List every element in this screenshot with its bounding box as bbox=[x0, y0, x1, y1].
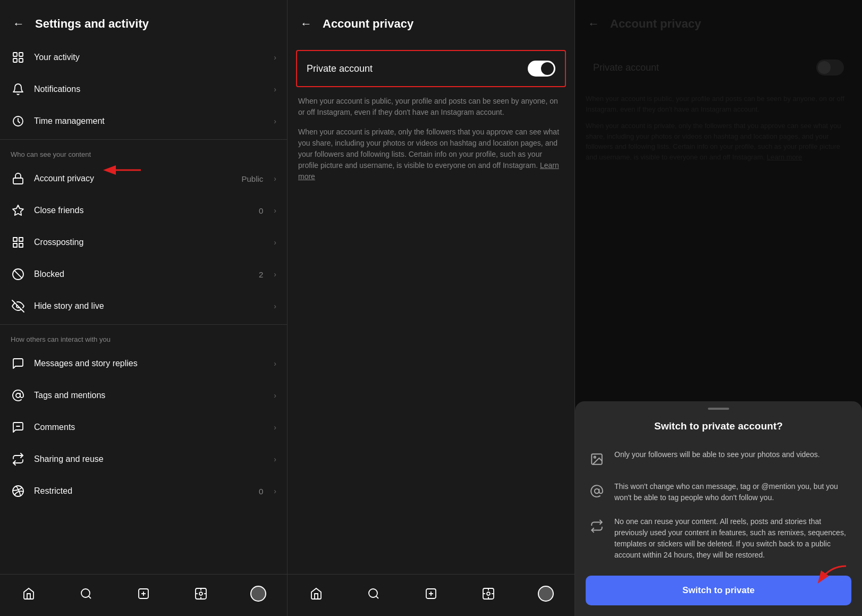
chevron-icon: › bbox=[274, 117, 276, 125]
add-nav-icon-2[interactable] bbox=[419, 582, 443, 605]
red-arrow-pointer bbox=[98, 158, 146, 184]
hide-story-label: Hide story and live bbox=[34, 301, 265, 311]
svg-rect-11 bbox=[13, 243, 17, 247]
svg-point-41 bbox=[594, 457, 596, 458]
menu-item-your-activity[interactable]: Your activity › bbox=[0, 41, 287, 73]
at-mention-icon bbox=[588, 482, 606, 500]
profile-avatar-2 bbox=[538, 586, 554, 602]
privacy-header: ← Account privacy bbox=[288, 0, 574, 41]
sharing-label: Sharing and reuse bbox=[34, 454, 265, 464]
chevron-icon: › bbox=[274, 85, 276, 94]
restricted-label: Restricted bbox=[34, 486, 250, 496]
messages-label: Messages and story replies bbox=[34, 359, 265, 368]
svg-point-15 bbox=[16, 393, 20, 398]
sheet-item-mentions: This won't change who can message, tag o… bbox=[575, 475, 862, 510]
menu-item-blocked[interactable]: Blocked 2 › bbox=[0, 258, 287, 290]
hide-icon bbox=[11, 299, 26, 314]
lock-icon bbox=[11, 171, 26, 186]
close-friends-badge: 0 bbox=[259, 206, 263, 215]
sheet-item-text-2: This won't change who can message, tag o… bbox=[614, 481, 849, 503]
svg-rect-8 bbox=[13, 238, 17, 241]
profile-nav-icon-2[interactable] bbox=[534, 582, 557, 605]
star-icon bbox=[11, 203, 26, 218]
settings-title: Settings and activity bbox=[35, 17, 149, 31]
menu-item-tags[interactable]: Tags and mentions › bbox=[0, 379, 287, 411]
search-nav-icon[interactable] bbox=[74, 582, 98, 605]
back-button[interactable]: ← bbox=[11, 15, 27, 33]
back-button-2[interactable]: ← bbox=[298, 15, 314, 33]
red-arrow-2 bbox=[809, 561, 851, 589]
close-friends-label: Close friends bbox=[34, 206, 250, 215]
comments-label: Comments bbox=[34, 423, 265, 432]
account-privacy-panel-3: ← Account privacy Private account When y… bbox=[575, 0, 862, 616]
menu-item-close-friends[interactable]: Close friends 0 › bbox=[0, 195, 287, 226]
sheet-title: Switch to private account? bbox=[575, 420, 862, 432]
svg-point-18 bbox=[81, 589, 90, 597]
search-nav-icon-2[interactable] bbox=[362, 582, 385, 605]
menu-item-restricted[interactable]: Restricted 0 › bbox=[0, 475, 287, 507]
clock-icon bbox=[11, 114, 26, 129]
profile-avatar bbox=[250, 586, 266, 602]
menu-item-hide-story[interactable]: Hide story and live › bbox=[0, 290, 287, 322]
menu-item-sharing[interactable]: Sharing and reuse › bbox=[0, 443, 287, 475]
crossposting-label: Crossposting bbox=[34, 238, 265, 247]
sheet-item-text-1: Only your followers will be able to see … bbox=[614, 449, 849, 460]
chevron-icon: › bbox=[274, 53, 276, 62]
comment-icon bbox=[11, 420, 26, 435]
chevron-icon: › bbox=[274, 359, 276, 368]
time-management-label: Time management bbox=[34, 116, 265, 126]
svg-rect-10 bbox=[19, 243, 23, 247]
blocked-label: Blocked bbox=[34, 269, 250, 279]
menu-item-comments[interactable]: Comments › bbox=[0, 411, 287, 443]
svg-rect-0 bbox=[13, 53, 17, 56]
privacy-title: Account privacy bbox=[323, 17, 413, 31]
chevron-icon: › bbox=[274, 206, 276, 215]
sheet-item-photos: Only your followers will be able to see … bbox=[575, 443, 862, 475]
menu-item-messages[interactable]: Messages and story replies › bbox=[0, 348, 287, 379]
photo-frame-icon bbox=[588, 450, 606, 468]
chevron-icon: › bbox=[274, 270, 276, 279]
svg-marker-7 bbox=[13, 205, 23, 215]
svg-rect-2 bbox=[13, 58, 17, 62]
chevron-icon: › bbox=[274, 302, 276, 310]
divider bbox=[0, 324, 287, 325]
menu-item-time-management[interactable]: Time management › bbox=[0, 105, 287, 137]
bottom-sheet: Switch to private account? Only your fol… bbox=[575, 401, 862, 616]
restricted-badge: 0 bbox=[259, 487, 263, 496]
at-icon bbox=[11, 388, 26, 403]
sheet-item-reuse: No one can reuse your content. All reels… bbox=[575, 510, 862, 567]
privacy-desc-1: When your account is public, your profil… bbox=[288, 96, 574, 126]
svg-line-13 bbox=[14, 271, 22, 278]
bottom-nav-2 bbox=[288, 574, 574, 616]
svg-point-24 bbox=[199, 592, 202, 595]
account-privacy-badge: Public bbox=[241, 174, 263, 183]
menu-item-crossposting[interactable]: Crossposting › bbox=[0, 226, 287, 258]
svg-rect-5 bbox=[13, 178, 23, 184]
settings-header: ← Settings and activity bbox=[0, 0, 287, 41]
home-nav-icon[interactable] bbox=[17, 582, 40, 605]
section-label-interact: How others can interact with you bbox=[0, 327, 287, 348]
chevron-icon: › bbox=[274, 487, 276, 495]
svg-rect-1 bbox=[19, 53, 23, 56]
home-nav-icon-2[interactable] bbox=[305, 582, 328, 605]
blocked-icon bbox=[11, 267, 26, 282]
privacy-desc-2: When your account is private, only the f… bbox=[288, 126, 574, 191]
chevron-icon: › bbox=[274, 423, 276, 432]
settings-panel: ← Settings and activity Your activity › … bbox=[0, 0, 288, 616]
menu-item-notifications[interactable]: Notifications › bbox=[0, 73, 287, 105]
svg-point-35 bbox=[487, 592, 490, 595]
chevron-icon: › bbox=[274, 455, 276, 463]
reuse-icon bbox=[588, 517, 606, 535]
private-account-toggle[interactable] bbox=[528, 61, 555, 77]
reels-nav-icon[interactable] bbox=[189, 582, 213, 605]
reels-nav-icon-2[interactable] bbox=[477, 582, 500, 605]
svg-rect-3 bbox=[19, 58, 23, 62]
chevron-icon: › bbox=[274, 238, 276, 247]
svg-point-29 bbox=[369, 589, 377, 597]
profile-nav-icon[interactable] bbox=[247, 582, 270, 605]
svg-rect-9 bbox=[19, 238, 23, 241]
add-nav-icon[interactable] bbox=[132, 582, 155, 605]
divider bbox=[0, 139, 287, 140]
private-account-toggle-box: Private account bbox=[296, 50, 566, 87]
svg-line-19 bbox=[89, 596, 91, 598]
